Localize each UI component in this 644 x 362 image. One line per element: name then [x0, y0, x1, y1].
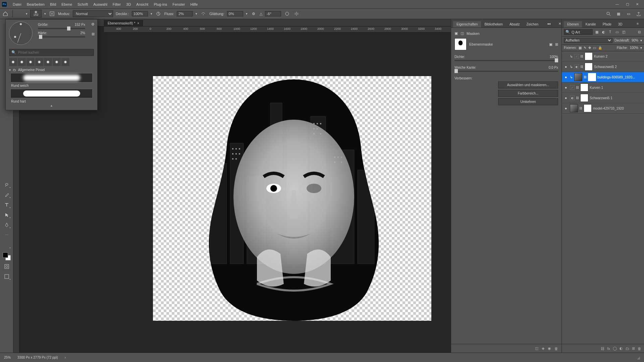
visibility-toggle[interactable]: ● [563, 75, 569, 79]
search-icon[interactable] [605, 10, 612, 17]
mask-thumb[interactable] [580, 94, 588, 102]
brush-search[interactable]: 🔍 [9, 49, 94, 56]
menu-filter[interactable]: Filter [110, 1, 123, 8]
link-icon[interactable]: ⛓ [580, 65, 583, 68]
brush-preset-preview[interactable]: 152 [30, 10, 42, 18]
mask-thumb[interactable] [588, 73, 596, 81]
layer-row[interactable]: ● ↳ ◐ ⛓ Schwarzweiß 2 [562, 62, 644, 72]
home-icon[interactable] [2, 10, 9, 17]
layer-thumb[interactable] [574, 73, 582, 81]
pressure-size-icon[interactable] [284, 10, 290, 17]
filter-pixel-icon[interactable]: ▦ [594, 29, 599, 35]
tab-absatz[interactable]: Absatz [506, 21, 523, 27]
recent-brush[interactable] [35, 58, 43, 66]
menu-fenster[interactable]: Fenster [170, 1, 187, 8]
tab-eigenschaften[interactable]: Eigenschaften [453, 21, 481, 27]
link-icon[interactable]: ⛓ [579, 107, 582, 110]
brush-settings-icon[interactable] [49, 10, 55, 17]
layer-thumb[interactable] [570, 104, 578, 112]
menu-auswahl[interactable]: Auswahl [91, 1, 110, 8]
close-tab-icon[interactable]: × [137, 21, 139, 25]
panel-collapse-icon[interactable]: ◂◂ [544, 20, 554, 27]
resize-handle[interactable]: ▲ [6, 104, 97, 107]
menu-3d[interactable]: 3D [123, 1, 133, 8]
menu-datei[interactable]: Datei [10, 1, 24, 8]
chevron-down-icon[interactable]: ▾ [151, 12, 152, 15]
flow-input[interactable] [177, 11, 193, 16]
brush-preset-soft[interactable] [10, 73, 93, 82]
eyedropper-tool[interactable]: ▸ [2, 191, 11, 199]
density-slider[interactable] [454, 60, 558, 61]
menu-ebene[interactable]: Ebene [59, 1, 75, 8]
layer-name[interactable]: model-429733_1920 [593, 107, 643, 110]
brush-folder[interactable]: ▾ 🗀 Allgemeine Pinsel [9, 68, 94, 72]
color-range-button[interactable]: Farbbereich... [498, 90, 558, 97]
tab-ebenen[interactable]: Ebenen [564, 21, 582, 27]
invert-button[interactable]: Umkehren [498, 98, 558, 105]
share-icon[interactable] [635, 10, 642, 17]
zoom-level[interactable]: 25% [4, 356, 11, 359]
load-selection-icon[interactable]: ◫ [535, 346, 538, 351]
hardness-slider[interactable] [38, 36, 85, 38]
layer-name[interactable]: buildings-936589_1920... [597, 75, 643, 79]
fill-value[interactable]: 100% [630, 46, 638, 50]
brush-preset-hard[interactable] [10, 89, 93, 98]
close-button[interactable]: ✕ [633, 1, 642, 7]
lasso-tool[interactable]: ▸ [2, 181, 11, 189]
mask-thumb[interactable] [585, 63, 593, 71]
new-group-icon[interactable]: 🗀 [626, 347, 629, 351]
chevron-down-icon[interactable]: ▾ [246, 12, 248, 15]
quickmask-tool[interactable] [2, 262, 11, 270]
pressure-opacity-icon[interactable] [155, 10, 162, 17]
layer-row[interactable]: ● ⛓ model-429733_1920 [562, 103, 644, 114]
chevron-down-icon[interactable]: ▾ [640, 46, 642, 50]
mask-thumb[interactable] [580, 83, 588, 92]
blend-mode-select[interactable]: Normal [73, 10, 113, 17]
filter-smart-icon[interactable]: ◫ [621, 29, 626, 35]
angle-input[interactable] [265, 11, 281, 16]
chevron-down-icon[interactable]: ▾ [44, 12, 46, 15]
chevron-down-icon[interactable]: ▾ [640, 39, 642, 42]
recent-brush[interactable] [61, 58, 69, 66]
opacity-value[interactable]: 90% [632, 39, 638, 42]
brush-tool-icon[interactable] [16, 10, 23, 17]
visibility-toggle[interactable]: ● [563, 85, 569, 89]
lock-artboard-icon[interactable]: ▭ [593, 46, 596, 50]
toggle-mask-icon[interactable]: ◉ [548, 346, 551, 351]
mask-add-icon[interactable]: ⊞ [555, 42, 558, 47]
link-icon[interactable]: ⛓ [584, 75, 587, 79]
lock-paint-icon[interactable]: ✎ [584, 46, 586, 50]
minimize-button[interactable]: — [612, 1, 622, 7]
recent-brush[interactable] [26, 58, 35, 66]
tab-bibliotheken[interactable]: Bibliotheken [481, 21, 506, 27]
layer-name[interactable]: Schwarzweiß 2 [594, 65, 643, 69]
apply-mask-icon[interactable]: ◈ [542, 346, 544, 351]
menu-schrift[interactable]: Schrift [75, 1, 91, 8]
pixel-mask-icon[interactable]: ▣ [454, 31, 458, 36]
chevron-down-icon[interactable]: ▾ [196, 12, 197, 15]
symmetry-icon[interactable] [293, 10, 300, 17]
menu-ansicht[interactable]: Ansicht [133, 1, 151, 8]
ruler-horizontal[interactable]: 0 200 400 200 400 600 800 1000 1200 1400… [104, 26, 451, 33]
layer-row[interactable]: ● ↳ ⛓ buildings-936589_1920... [562, 72, 644, 82]
link-icon[interactable]: ⛓ [576, 86, 579, 89]
layer-name[interactable]: Schwarzweiß 1 [590, 96, 643, 100]
layer-row[interactable]: ↳ ⟋ ⛓ Kurven 2 [562, 51, 644, 62]
lock-transparency-icon[interactable]: ▦ [579, 46, 582, 50]
filter-adjust-icon[interactable]: ◐ [601, 29, 606, 35]
menu-bild[interactable]: Bild [47, 1, 59, 8]
new-layer-icon[interactable]: ⊞ [632, 346, 635, 351]
airbrush-icon[interactable] [200, 10, 207, 17]
brush-angle-widget[interactable] [9, 21, 33, 45]
hardness-value[interactable]: 2% [80, 31, 85, 35]
new-preset-icon[interactable]: ⊞ [92, 32, 95, 36]
more-tool[interactable]: ▸ [2, 241, 11, 249]
menu-plugins[interactable]: Plug-ins [151, 1, 170, 8]
blend-mode-select[interactable]: Aufhellen [564, 38, 612, 43]
panel-menu-icon[interactable]: ≡ [633, 20, 642, 27]
document-tab[interactable]: Ebenenmaske/8) * × [104, 20, 143, 26]
layer-style-icon[interactable]: fx [607, 347, 610, 351]
recent-brush[interactable] [9, 58, 17, 66]
mask-pixel-icon[interactable]: ▣ [549, 42, 552, 47]
mask-thumb[interactable] [584, 104, 592, 112]
